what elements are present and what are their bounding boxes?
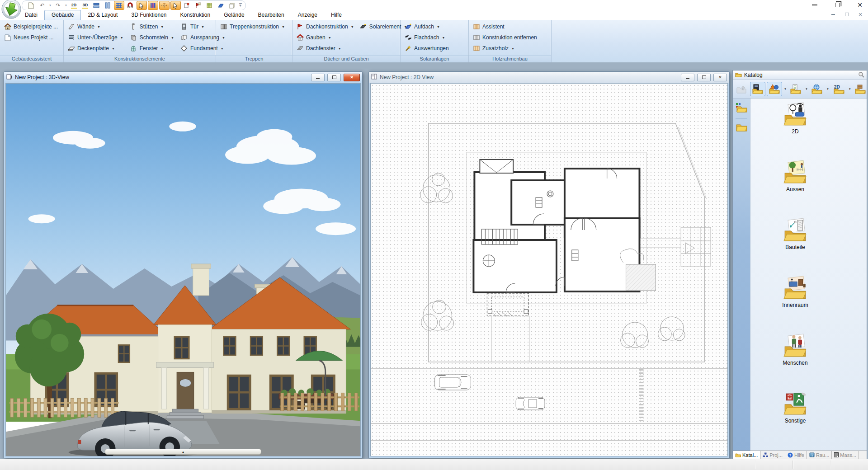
parallel-guides-icon[interactable] <box>148 1 158 10</box>
application-menu-button[interactable] <box>1 0 22 19</box>
tab-projekt[interactable]: Proj... <box>760 451 785 459</box>
2d-view-icon <box>371 74 377 81</box>
objects-3d-dropdown-icon[interactable]: ▼ <box>784 88 787 90</box>
close-icon[interactable]: ✕ <box>854 1 865 9</box>
mdi-restore-icon[interactable] <box>844 12 850 17</box>
3d-restore-icon[interactable] <box>327 74 341 81</box>
beispielprojekte-button[interactable]: Beispielprojekte ... <box>3 21 61 32</box>
dachkonstruktion-button[interactable]: Dachkonstruktion▼ <box>295 21 355 32</box>
tab-gebaeude[interactable]: Gebäude <box>44 10 81 20</box>
assistent-button[interactable]: Assistent <box>472 21 548 32</box>
catalog-menschen-icon <box>782 334 808 359</box>
restore-icon[interactable] <box>832 1 843 9</box>
roof-tool-icon[interactable] <box>193 1 203 10</box>
2d-view-title-bar[interactable]: New Project : 2D View ✕ <box>369 72 729 83</box>
3d-render <box>6 84 360 456</box>
schornstein-button[interactable]: Schornstein▼ <box>129 32 175 43</box>
3d-minimize-icon[interactable] <box>311 74 325 81</box>
tiling-view-icon[interactable] <box>216 1 226 10</box>
3d-close-icon[interactable]: ✕ <box>344 74 360 81</box>
undo-dropdown-icon[interactable]: ▼ <box>49 4 52 7</box>
transfer-properties-icon[interactable] <box>182 1 192 10</box>
fenster-button[interactable]: Fenster▼ <box>129 43 175 54</box>
deckenplatte-button[interactable]: Deckenplatte▼ <box>66 43 124 54</box>
tab-2d-layout[interactable]: 2D & Layout <box>81 10 124 20</box>
split-horizontal-icon[interactable] <box>91 1 102 10</box>
catalog-item-sonstige[interactable]: Sonstige <box>766 391 825 449</box>
undo-icon[interactable]: ↶ <box>37 1 47 10</box>
tab-hilfe-panel[interactable]: ? Hilfe <box>785 451 807 459</box>
waende-button[interactable]: Wände▼ <box>66 21 124 32</box>
tab-massen[interactable]: Mass... <box>832 451 859 459</box>
3d-view-title-bar[interactable]: New Project : 3D-View ✕ <box>4 72 362 83</box>
tab-3d-funktionen[interactable]: 3D Funktionen <box>124 10 173 20</box>
tab-konstruktion[interactable]: Konstruktion <box>174 10 217 20</box>
symbols-2d-dropdown-icon[interactable]: ▼ <box>849 88 851 90</box>
aufdach-button[interactable]: Aufdach▼ <box>403 21 466 32</box>
minimize-icon[interactable] <box>809 1 820 9</box>
new-document-icon[interactable] <box>26 1 36 10</box>
symbols-2d-icon[interactable]: 2D <box>830 82 847 96</box>
duplicate-view-icon[interactable] <box>227 1 237 10</box>
2d-restore-icon[interactable] <box>697 74 711 81</box>
window-3d-view[interactable]: New Project : 3D-View ✕ <box>4 71 363 458</box>
stuetzen-button[interactable]: Stützen▼ <box>129 21 175 32</box>
3d-view-scroll-strip[interactable]: ▲ <box>105 449 261 455</box>
view-3d-icon[interactable]: 3D <box>80 1 90 10</box>
catalog-item-2d[interactable]: 2D <box>766 102 825 160</box>
auswertungen-button[interactable]: Auswertungen <box>403 43 466 54</box>
2d-minimize-icon[interactable] <box>681 74 694 81</box>
tab-gelaende[interactable]: Gelände <box>217 10 251 20</box>
catalog-item-label: Bauteile <box>785 244 805 250</box>
redo-icon[interactable]: ↷ <box>53 1 63 10</box>
documents-dropdown-icon[interactable]: ▼ <box>805 88 808 90</box>
unter-ueberzuege-button[interactable]: Unter-/Überzüge▼ <box>66 32 124 43</box>
catalog-item-menschen[interactable]: Menschen <box>766 334 825 391</box>
title-bar[interactable]: ↶▼ ↷▼ 2D 3D <box>0 0 868 10</box>
2d-plan-viewport[interactable] <box>370 83 728 456</box>
catalog-item-bauteile[interactable]: Bauteile <box>766 218 825 276</box>
konstruktion-entfernen-button[interactable]: Konstruktion entfernen <box>472 32 548 43</box>
tab-datei[interactable]: Datei <box>18 10 44 20</box>
tab-anzeige[interactable]: Anzeige <box>291 10 324 20</box>
hatch-display-icon[interactable] <box>204 1 215 10</box>
project-catalog-icon[interactable] <box>735 102 748 114</box>
toggle-grid-icon[interactable] <box>114 1 124 10</box>
mdi-minimize-icon[interactable] <box>830 12 836 17</box>
objects-3d-icon[interactable] <box>767 82 782 96</box>
collections-icon[interactable] <box>853 82 868 96</box>
standard-catalog-icon[interactable] <box>735 122 748 133</box>
redo-dropdown-icon[interactable]: ▼ <box>65 4 67 7</box>
select-special-icon[interactable] <box>137 1 147 10</box>
search-icon[interactable] <box>858 71 864 79</box>
internet-dropdown-icon[interactable]: ▼ <box>826 88 829 90</box>
tab-raum[interactable]: Rau... <box>807 451 832 459</box>
toggle-snap-icon[interactable] <box>125 1 136 10</box>
catalog-folder-icon <box>735 72 742 79</box>
construction-axis-icon[interactable] <box>159 1 170 10</box>
navigate-up-icon[interactable] <box>734 82 749 96</box>
flachdach-button[interactable]: Flachdach▼ <box>403 32 466 43</box>
documents-icon[interactable] <box>788 82 803 96</box>
window-2d-view[interactable]: New Project : 2D View ✕ <box>368 71 730 458</box>
split-vertical-icon[interactable] <box>103 1 113 10</box>
tab-hilfe[interactable]: Hilfe <box>324 10 349 20</box>
dachfenster-button[interactable]: Dachfenster▼ <box>295 43 355 54</box>
treppenkonstruktion-button[interactable]: Treppenkonstruktion▼ <box>219 21 289 32</box>
gauben-button[interactable]: Gauben▼ <box>295 32 355 43</box>
catalog-item-innenraum[interactable]: Innenraum <box>766 276 825 334</box>
tab-katalog[interactable]: Katal... <box>733 451 760 459</box>
mdi-close-icon[interactable]: ✕ <box>857 12 863 17</box>
select-cursor-icon[interactable] <box>170 1 181 10</box>
neues-projekt-button[interactable]: Neues Projekt ... <box>3 32 61 43</box>
internet-catalog-icon[interactable] <box>809 82 825 96</box>
2d-close-icon[interactable]: ✕ <box>713 74 727 81</box>
zusatzholz-button[interactable]: Zusatzholz▼ <box>472 43 548 54</box>
customize-toolbar-icon[interactable]: ▬▼ <box>239 2 242 7</box>
catalog-item-aussen[interactable]: Aussen <box>766 160 825 218</box>
3d-render-viewport[interactable]: ▲ <box>5 83 361 456</box>
view-2d-icon[interactable]: 2D <box>69 1 79 10</box>
tab-bearbeiten[interactable]: Bearbeiten <box>251 10 291 20</box>
room-textures-icon[interactable] <box>750 82 765 96</box>
catalog-header[interactable]: Katalog <box>733 70 867 80</box>
